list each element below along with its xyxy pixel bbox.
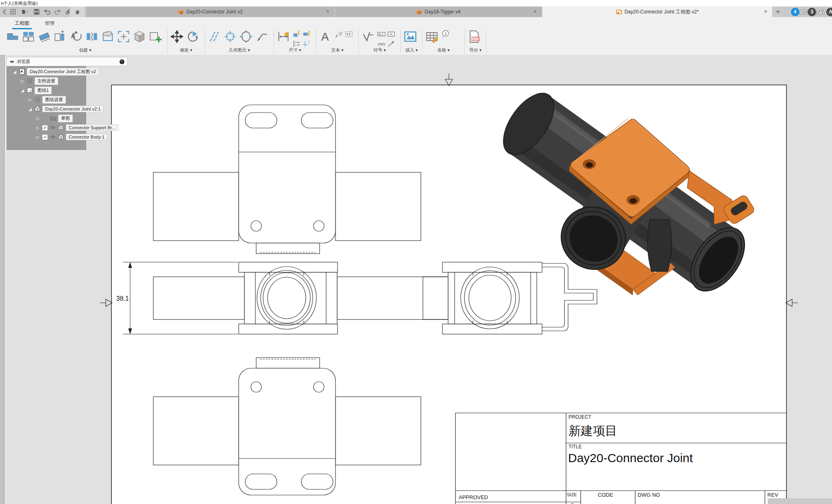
redo-icon[interactable] <box>54 8 62 16</box>
browser-tree-row[interactable]: ◢Day20-Connector Joint v2:1 <box>28 105 103 113</box>
svg-text:1: 1 <box>445 32 447 36</box>
collapse-arrow-icon[interactable]: ◢ <box>12 70 17 74</box>
new-tab-button[interactable]: + <box>773 8 782 16</box>
document-tab[interactable]: Day18-Tigger v4× <box>335 7 542 17</box>
ribbon-group: ⊕.1A符号 ▾ <box>359 29 401 54</box>
shaded-view-icon[interactable] <box>133 30 146 43</box>
browser-tree-row[interactable]: ▷草图 <box>35 114 73 122</box>
ribbon-group-label[interactable]: 创建 ▾ <box>3 47 167 53</box>
ribbon-group-label[interactable]: 几何图元 ▾ <box>205 47 274 53</box>
document-tab[interactable]: Day20-Connector Joint v2× <box>86 7 334 17</box>
move-view-icon[interactable] <box>170 30 184 43</box>
browser-panel-header[interactable]: ◀◀ 浏览器 − <box>7 57 128 66</box>
file-menu-icon[interactable] <box>20 8 30 16</box>
crop-view-icon[interactable] <box>101 30 115 43</box>
expand-arrow-icon[interactable]: ▷ <box>28 98 33 102</box>
svg-text:A: A <box>390 32 393 36</box>
code-label: CODE <box>598 492 613 498</box>
visibility-checkbox[interactable]: ✓ <box>42 134 48 140</box>
save-icon[interactable] <box>33 8 41 16</box>
base-view-icon[interactable] <box>6 30 20 43</box>
drawing-canvas[interactable]: 38.1 <box>0 55 832 504</box>
ribbon-group-label[interactable]: 表格 ▾ <box>423 47 464 53</box>
collapse-arrow-icon[interactable]: ◢ <box>20 88 25 93</box>
parallel-line-icon[interactable] <box>207 30 221 43</box>
ribbon-group-label[interactable]: 文本 ▾ <box>316 47 358 53</box>
browser-tree-row[interactable]: ◢图纸1 <box>20 86 52 94</box>
tree-item-label[interactable]: Connector Support Br... <box>66 124 118 131</box>
tree-item-label[interactable]: 图纸设置 <box>42 96 66 104</box>
collapse-panel-icon[interactable]: ◀◀ <box>9 60 13 63</box>
detail-view-icon[interactable]: A <box>69 30 83 43</box>
overlay-badge: PS <box>800 9 807 15</box>
center-mark-icon[interactable] <box>223 30 237 43</box>
dimension-icon[interactable] <box>277 30 290 43</box>
tree-item-label[interactable]: Day20-Connector Joint 工程图 v2 <box>27 68 99 76</box>
close-icon[interactable]: × <box>534 8 537 15</box>
expand-arrow-icon[interactable]: ▷ <box>20 79 25 83</box>
undo-icon[interactable] <box>43 8 51 16</box>
rotate-view-icon[interactable] <box>186 30 200 43</box>
auto-dimension-icon[interactable] <box>292 30 301 39</box>
break-view-icon[interactable] <box>85 30 99 43</box>
document-tab[interactable]: Day20-Connector Joint 工程图 v2*× <box>542 7 772 17</box>
centerline-circle-icon[interactable] <box>239 30 253 43</box>
svg-text:Y: Y <box>308 40 310 44</box>
browser-tree-row[interactable]: ◢Day20-Connector Joint 工程图 v2 <box>12 67 99 76</box>
browser-tree-row[interactable]: ▷✓Connector Body:1 <box>35 133 107 141</box>
leader-text-icon[interactable] <box>335 30 344 39</box>
balloon-icon[interactable]: 1 <box>441 30 450 39</box>
collapse-arrow-icon[interactable]: ◢ <box>28 107 33 111</box>
minimize-panel-icon[interactable]: − <box>120 59 124 64</box>
note-box-icon[interactable] <box>344 30 353 39</box>
datum-identifier-icon[interactable]: ⊕.1 <box>377 30 386 39</box>
section-view-icon[interactable] <box>53 30 67 43</box>
auxiliary-view-icon[interactable] <box>37 30 51 43</box>
ribbon-group-label[interactable]: 尺寸 ▾ <box>274 47 316 53</box>
model-cube-icon <box>178 9 184 15</box>
ribbon-group-label[interactable]: 插入 ▾ <box>401 47 422 53</box>
approved-label: APPROVED <box>459 494 488 500</box>
tree-item-label[interactable]: 文档设置 <box>35 77 58 85</box>
leader-line-icon[interactable] <box>255 30 269 43</box>
close-icon[interactable]: × <box>764 8 767 15</box>
tree-item-label[interactable]: 图纸1 <box>35 87 52 94</box>
ribbon-group-label[interactable]: 导出 ▾ <box>465 47 486 53</box>
insert-image-icon[interactable] <box>403 30 417 43</box>
ribbon-group: 几何图元 ▾ <box>205 29 274 54</box>
tree-item-label[interactable]: Day20-Connector Joint v2:1 <box>42 106 103 112</box>
edit-dimension-icon[interactable] <box>302 30 311 39</box>
edge-extents-icon[interactable] <box>117 30 131 43</box>
projected-view-icon[interactable] <box>22 30 35 43</box>
tree-item-label[interactable]: Connector Body:1 <box>66 134 107 140</box>
browser-tree-row[interactable]: ▷✓Connector Support Br... <box>35 124 118 132</box>
browser-tree-row[interactable]: ▷文档设置 <box>20 77 58 85</box>
feature-control-frame-icon[interactable]: A <box>387 30 396 39</box>
eye-icon[interactable] <box>50 124 56 131</box>
eye-icon[interactable] <box>50 134 56 140</box>
tree-item-label[interactable]: 草图 <box>58 115 73 122</box>
expand-arrow-icon[interactable]: ▷ <box>35 116 40 121</box>
ribbon-group: A创建 ▾ <box>3 29 168 54</box>
text-icon[interactable]: A <box>319 30 333 43</box>
expand-arrow-icon[interactable]: ▷ <box>35 126 40 130</box>
surface-finish-icon[interactable] <box>361 30 375 43</box>
ribbon-tab-inactive[interactable]: 管理 <box>42 19 57 29</box>
ribbon-group-label[interactable]: 修改 ▾ <box>168 47 205 53</box>
ribbon-group-label[interactable]: 符号 ▾ <box>359 47 401 53</box>
ribbon-tab-active[interactable]: 工程图 <box>12 19 32 29</box>
app-grid-icon[interactable] <box>9 8 17 16</box>
expand-arrow-icon[interactable]: ▷ <box>35 135 40 139</box>
eye-off-icon[interactable] <box>42 115 48 122</box>
back-icon[interactable] <box>1 8 9 16</box>
visibility-checkbox[interactable]: ✓ <box>42 125 48 131</box>
home-tab[interactable] <box>70 7 85 17</box>
close-icon[interactable]: × <box>326 8 329 15</box>
new-sketch-icon[interactable] <box>148 30 162 43</box>
document-tabbar: Day20-Connector Joint v2×Day18-Tigger v4… <box>0 7 832 17</box>
export-pdf-icon[interactable]: PDF <box>467 30 481 43</box>
browser-tree-row[interactable]: ▷图纸设置 <box>28 96 66 104</box>
rev-label: REV <box>767 492 778 498</box>
overlay-badge: N/A <box>817 9 826 15</box>
table-icon[interactable] <box>425 30 439 43</box>
